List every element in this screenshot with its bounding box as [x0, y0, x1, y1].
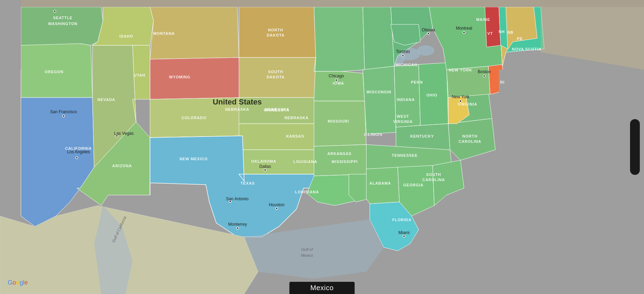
city-dot-monterrey: [237, 227, 239, 229]
mexico-bar: Mexico: [290, 282, 355, 294]
city-dot-sanantonio: [229, 200, 231, 202]
city-dot-sf: [62, 115, 65, 117]
city-dot-ottawa: [427, 32, 429, 34]
city-dot-boston: [483, 75, 485, 77]
mexico-label: Mexico: [310, 284, 334, 292]
svg-rect-5: [499, 70, 644, 294]
city-dot-newyork: [459, 100, 462, 102]
water-label-gulfofmexico2: Mexico: [301, 253, 313, 257]
city-dot-seattle: [54, 10, 56, 12]
google-logo: Google: [8, 279, 28, 286]
svg-rect-6: [0, 0, 21, 70]
google-g2: g: [20, 279, 23, 286]
svg-point-4: [417, 45, 434, 56]
city-dot-dallas: [264, 169, 266, 171]
scroll-indicator[interactable]: [630, 119, 640, 175]
city-dot-chicago: [335, 79, 337, 81]
water-label-gulfofmexico: Gulf of: [301, 247, 313, 252]
us-map-svg[interactable]: Seattle WASHINGTON OREGON CALIFORNIA NEV…: [0, 0, 644, 294]
city-dot-la: [76, 157, 78, 159]
map-container[interactable]: Seattle WASHINGTON OREGON CALIFORNIA NEV…: [0, 0, 644, 294]
country-label-us: United States: [213, 98, 262, 106]
google-e: e: [24, 279, 28, 286]
google-o2: o: [16, 279, 20, 286]
city-dot-toronto: [402, 55, 404, 57]
google-o1: o: [13, 279, 16, 286]
city-dot-montreal: [463, 31, 465, 33]
city-dot-miami: [403, 235, 405, 237]
city-dot-houston: [276, 207, 278, 209]
google-g: G: [8, 279, 13, 286]
city-dot-lv: [116, 135, 118, 137]
